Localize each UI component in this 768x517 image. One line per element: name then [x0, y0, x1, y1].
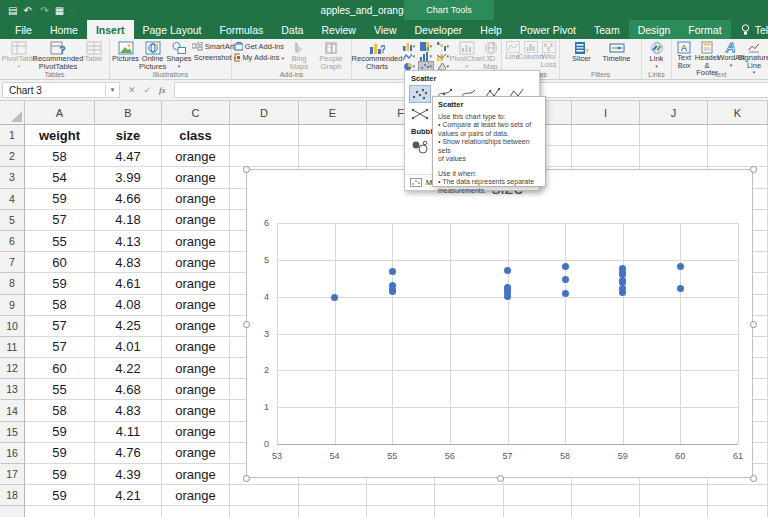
tab-design[interactable]: Design — [629, 20, 680, 39]
column-header-J[interactable]: J — [640, 101, 708, 124]
column-header-E[interactable]: E — [299, 101, 367, 124]
cell-B9[interactable]: 4.08 — [95, 295, 162, 316]
tab-page-layout[interactable]: Page Layout — [134, 20, 211, 39]
cancel-icon[interactable]: ✕ — [128, 85, 136, 95]
chart-selection-handle[interactable] — [243, 475, 250, 482]
row-header-3[interactable]: 3 — [0, 167, 25, 188]
save-icon[interactable]: ▤ — [8, 5, 17, 16]
chart-selection-handle[interactable] — [750, 166, 757, 173]
pivotchart-button[interactable]: PivotChart▾ — [452, 40, 482, 70]
tab-view[interactable]: View — [365, 20, 406, 39]
link-button[interactable]: Link▾ — [644, 40, 669, 70]
cell-K2[interactable] — [708, 146, 768, 167]
column-header-A[interactable]: A — [25, 101, 95, 124]
row-header-9[interactable]: 9 — [0, 295, 25, 316]
chart-selection-handle[interactable] — [497, 475, 504, 482]
select-all-corner[interactable] — [0, 101, 25, 124]
cell-F18[interactable] — [367, 485, 435, 506]
cell-B7[interactable]: 4.83 — [95, 252, 162, 273]
cell-A6[interactable]: 55 — [25, 231, 95, 252]
chart-data-point[interactable] — [504, 267, 511, 274]
table-button[interactable]: Table — [80, 40, 107, 63]
cell-J18[interactable] — [640, 485, 708, 506]
row-header-15[interactable]: 15 — [0, 422, 25, 443]
cell-E18[interactable] — [299, 485, 367, 506]
cell-B18[interactable]: 4.21 — [95, 485, 162, 506]
redo-icon[interactable]: ↷ — [40, 5, 48, 16]
recommended-pivottables-button[interactable]: ? Recommended PivotTables — [36, 40, 80, 70]
smartart-button[interactable]: SmartArt — [192, 42, 236, 51]
cell-A11[interactable]: 57 — [25, 337, 95, 358]
cell-A18[interactable]: 59 — [25, 485, 95, 506]
chart-selection-handle[interactable] — [243, 166, 250, 173]
cell-G19[interactable] — [435, 506, 504, 517]
column-header-C[interactable]: C — [162, 101, 230, 124]
cell-D18[interactable] — [230, 485, 299, 506]
row-header-8[interactable]: 8 — [0, 273, 25, 294]
cell-A5[interactable]: 57 — [25, 210, 95, 231]
cell-A9[interactable]: 58 — [25, 295, 95, 316]
chart-data-point[interactable] — [562, 290, 569, 297]
cell-K18[interactable] — [708, 485, 768, 506]
timeline-button[interactable]: Timeline — [598, 40, 636, 63]
row-header-14[interactable]: 14 — [0, 400, 25, 421]
shapes-button[interactable]: Shapes▾ — [166, 40, 191, 70]
row-header-6[interactable]: 6 — [0, 231, 25, 252]
cell-C8[interactable]: orange — [162, 273, 230, 294]
chart-data-point[interactable] — [562, 276, 569, 283]
people-graph-button[interactable]: People Graph — [314, 40, 348, 70]
cell-C6[interactable]: orange — [162, 231, 230, 252]
cell-A13[interactable]: 55 — [25, 379, 95, 400]
enter-icon[interactable]: ✓ — [144, 85, 152, 95]
scatter-chart-object[interactable]: size 5354555657585960610123456 — [246, 169, 753, 478]
row-header-5[interactable]: 5 — [0, 210, 25, 231]
cell-C3[interactable]: orange — [162, 167, 230, 188]
row-header-12[interactable]: 12 — [0, 358, 25, 379]
tab-help[interactable]: Help — [471, 20, 511, 39]
tab-file[interactable]: File — [6, 20, 41, 39]
row-header-4[interactable]: 4 — [0, 189, 25, 210]
tab-team[interactable]: Team — [585, 20, 629, 39]
pictures-button[interactable]: Pictures — [112, 40, 139, 63]
tab-home[interactable]: Home — [41, 20, 87, 39]
row-header-16[interactable]: 16 — [0, 443, 25, 464]
screenshot-button[interactable]: Screenshot▾ — [192, 53, 236, 62]
cell-C1[interactable]: class — [162, 125, 230, 146]
cell-B16[interactable]: 4.76 — [95, 443, 162, 464]
cell-A12[interactable]: 60 — [25, 358, 95, 379]
insert-function-icon[interactable]: fx — [159, 85, 166, 95]
cell-B10[interactable]: 4.25 — [95, 316, 162, 337]
tab-developer[interactable]: Developer — [405, 20, 471, 39]
cell-C2[interactable]: orange — [162, 146, 230, 167]
chart-data-point[interactable] — [331, 294, 338, 301]
cell-B3[interactable]: 3.99 — [95, 167, 162, 188]
online-pictures-button[interactable]: Online Pictures — [139, 40, 166, 70]
chart-selection-handle[interactable] — [750, 475, 757, 482]
cell-A7[interactable]: 60 — [25, 252, 95, 273]
tell-me-box[interactable]: Tell me what you want to do — [731, 20, 768, 39]
chart-data-point[interactable] — [677, 263, 684, 270]
tab-power-pivot[interactable]: Power Pivot — [511, 20, 585, 39]
cell-I19[interactable] — [572, 506, 640, 517]
cell-H19[interactable] — [504, 506, 572, 517]
tab-review[interactable]: Review — [312, 20, 364, 39]
cell-C14[interactable]: orange — [162, 400, 230, 421]
cell-E2[interactable] — [299, 146, 367, 167]
cell-A1[interactable]: weight — [25, 125, 95, 146]
cell-C11[interactable]: orange — [162, 337, 230, 358]
cell-I2[interactable] — [572, 146, 640, 167]
cell-B8[interactable]: 4.61 — [95, 273, 162, 294]
recommended-charts-button[interactable]: ? Recommended Charts — [354, 40, 400, 70]
row-header-17[interactable]: 17 — [0, 464, 25, 485]
sparkline-winloss-button[interactable]: Win/ Loss — [540, 40, 557, 68]
cell-C13[interactable]: orange — [162, 379, 230, 400]
cell-B2[interactable]: 4.47 — [95, 146, 162, 167]
row-header-7[interactable]: 7 — [0, 252, 25, 273]
cell-J1[interactable] — [640, 125, 708, 146]
cell-C5[interactable]: orange — [162, 210, 230, 231]
cell-I18[interactable] — [572, 485, 640, 506]
cell-G18[interactable] — [435, 485, 504, 506]
row-header-2[interactable]: 2 — [0, 146, 25, 167]
cell-C15[interactable]: orange — [162, 422, 230, 443]
cell-C16[interactable]: orange — [162, 443, 230, 464]
